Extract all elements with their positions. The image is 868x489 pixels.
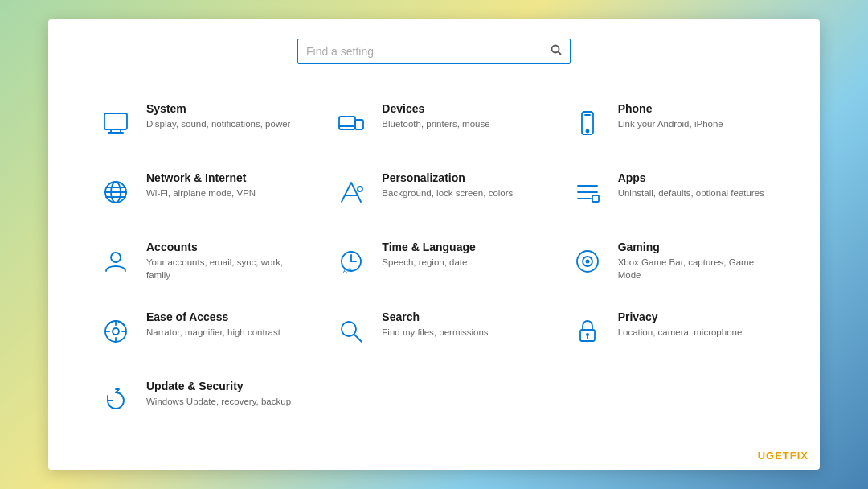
personalization-desc: Background, lock screen, colors: [382, 187, 513, 199]
svg-rect-2: [104, 113, 127, 129]
svg-point-30: [585, 260, 589, 264]
svg-point-18: [358, 187, 362, 191]
update-title: Update & Security: [146, 380, 291, 392]
phone-icon: [568, 104, 607, 142]
network-icon: [96, 173, 135, 212]
accounts-desc: Your accounts, email, sync, work, family: [146, 256, 300, 281]
svg-line-1: [559, 52, 562, 55]
setting-item-gaming[interactable]: Gaming Xbox Game Bar, captures, Game Mod…: [552, 226, 788, 296]
svg-point-36: [113, 328, 119, 335]
devices-title: Devices: [382, 102, 489, 115]
setting-item-privacy[interactable]: Privacy Location, camera, microphone: [552, 296, 788, 365]
system-icon: [96, 104, 135, 142]
network-title: Network & Internet: [146, 171, 256, 184]
search-title: Search: [382, 310, 488, 323]
time-title: Time & Language: [382, 240, 475, 253]
setting-item-devices[interactable]: Devices Bluetooth, printers, mouse: [316, 88, 551, 157]
watermark-prefix: UG: [758, 450, 776, 462]
time-icon: A字: [332, 242, 371, 281]
svg-point-23: [111, 253, 121, 262]
search-icon: [332, 312, 371, 351]
ease-icon: [96, 312, 135, 351]
setting-item-update[interactable]: Update & Security Windows Update, recove…: [80, 365, 316, 434]
apps-icon: [568, 173, 607, 212]
search-desc: Find my files, permissions: [382, 326, 488, 339]
accounts-title: Accounts: [146, 240, 300, 253]
search-input[interactable]: [306, 45, 551, 58]
svg-rect-7: [355, 120, 363, 129]
accounts-icon: [96, 242, 135, 281]
setting-item-time[interactable]: A字 Time & Language Speech, region, date: [316, 226, 551, 296]
setting-item-personalization[interactable]: Personalization Background, lock screen,…: [316, 157, 551, 226]
update-desc: Windows Update, recovery, backup: [146, 395, 291, 408]
apps-desc: Uninstall, defaults, optional features: [618, 187, 764, 199]
svg-rect-22: [592, 195, 599, 202]
system-title: System: [146, 102, 290, 115]
setting-item-accounts[interactable]: Accounts Your accounts, email, sync, wor…: [80, 226, 316, 296]
setting-item-apps[interactable]: Apps Uninstall, defaults, optional featu…: [552, 157, 788, 226]
gaming-icon: [568, 242, 607, 281]
svg-point-37: [342, 322, 356, 336]
privacy-title: Privacy: [618, 310, 743, 323]
privacy-desc: Location, camera, microphone: [618, 326, 743, 339]
setting-item-ease[interactable]: Ease of Access Narrator, magnifier, high…: [80, 296, 316, 365]
devices-desc: Bluetooth, printers, mouse: [382, 117, 489, 130]
update-icon: [96, 381, 135, 420]
personalization-title: Personalization: [382, 171, 513, 184]
time-desc: Speech, region, date: [382, 256, 475, 269]
setting-item-search[interactable]: Search Find my files, permissions: [316, 296, 551, 365]
privacy-icon: [568, 312, 607, 351]
search-icon: [551, 44, 562, 58]
apps-title: Apps: [618, 171, 764, 184]
personalization-icon: [332, 173, 371, 212]
setting-item-system[interactable]: System Display, sound, notifications, po…: [80, 88, 316, 157]
search-bar[interactable]: [297, 39, 571, 64]
gaming-desc: Xbox Game Bar, captures, Game Mode: [618, 256, 772, 281]
svg-point-0: [552, 46, 559, 53]
settings-window: System Display, sound, notifications, po…: [48, 19, 820, 470]
network-desc: Wi-Fi, airplane mode, VPN: [146, 187, 256, 199]
svg-line-38: [354, 335, 362, 342]
system-desc: Display, sound, notifications, power: [146, 117, 290, 130]
gaming-title: Gaming: [618, 240, 772, 253]
svg-text:A字: A字: [343, 268, 353, 273]
ease-title: Ease of Access: [146, 310, 280, 323]
watermark-suffix: TFIX: [783, 450, 809, 462]
settings-grid: System Display, sound, notifications, po…: [80, 88, 788, 434]
ease-desc: Narrator, magnifier, high contrast: [146, 326, 280, 339]
setting-item-phone[interactable]: Phone Link your Android, iPhone: [552, 88, 788, 157]
svg-rect-6: [339, 117, 355, 129]
svg-point-10: [586, 130, 588, 133]
phone-title: Phone: [618, 102, 723, 115]
setting-item-network[interactable]: Network & Internet Wi-Fi, airplane mode,…: [80, 157, 316, 226]
devices-icon: [332, 104, 371, 142]
watermark: UGETFIX: [758, 450, 809, 462]
phone-desc: Link your Android, iPhone: [618, 117, 723, 130]
watermark-highlight: E: [775, 450, 783, 462]
